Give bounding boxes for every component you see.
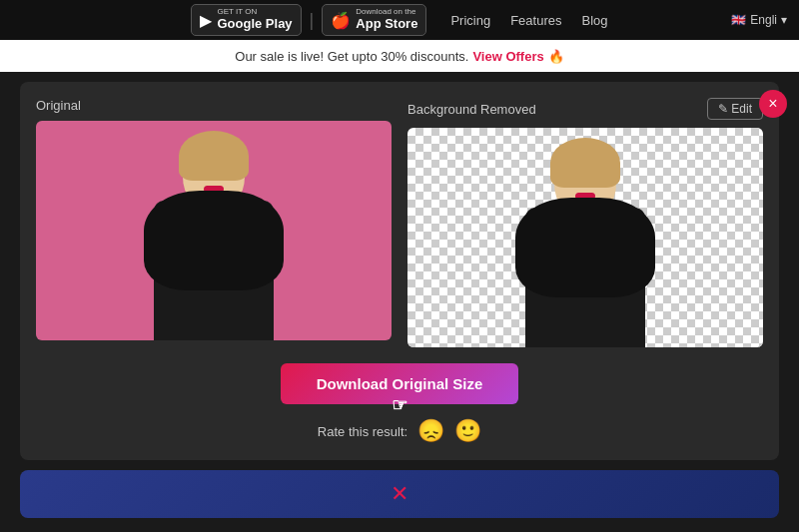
chevron-down-icon: ▾ [781,13,787,27]
happy-rating[interactable]: 🙂 [454,418,481,444]
lang-label: Engli [750,13,777,27]
promo-bar: Our sale is live! Get upto 30% discounts… [0,40,799,72]
google-play-main-text: Google Play [217,16,292,32]
bottom-panel: ✕ [20,470,779,518]
download-btn[interactable]: Download Original Size ☞ [281,363,519,404]
app-store-main-text: App Store [356,16,417,32]
language-selector[interactable]: 🇬🇧 Engli ▾ [719,0,799,40]
scarf-copy [515,198,655,297]
app-store-btn[interactable]: 🍎 Download on the App Store [322,4,426,36]
nav-features[interactable]: Features [510,13,561,28]
edit-button[interactable]: ✎ Edit [707,98,763,120]
original-panel-header: Original [36,98,392,113]
panels-row: Original [36,98,763,347]
cursor-icon: ☞ [392,394,407,416]
nav-pricing[interactable]: Pricing [450,13,490,28]
sad-rating[interactable]: 😞 [417,418,444,444]
bg-removed-woman-figure [505,138,665,347]
original-panel: Original [36,98,392,347]
bg-removed-image [407,128,763,347]
hair [179,131,249,181]
expand-icon[interactable]: ✕ [391,481,408,507]
original-image [36,121,392,340]
app-store-top-text: Download on the [356,8,417,16]
top-nav: ▶ GET IT ON Google Play | 🍎 Download on … [0,0,799,40]
google-play-btn[interactable]: ▶ GET IT ON Google Play [191,4,301,36]
nav-links: Pricing Features Blog [450,13,607,28]
original-image-box [36,121,392,340]
google-play-icon: ▶ [200,11,212,30]
download-section: Download Original Size ☞ Rate this resul… [36,363,763,444]
bg-removed-image-box [407,128,763,347]
nav-blog[interactable]: Blog [581,13,607,28]
view-offers-link[interactable]: View Offers [472,49,543,64]
google-play-top-text: GET IT ON [217,8,292,16]
promo-text: Our sale is live! Get upto 30% discounts… [235,49,468,64]
bg-removed-panel-header: Background Removed ✎ Edit [407,98,763,120]
rate-label: Rate this result: [318,424,407,439]
close-button[interactable]: × [759,90,787,118]
original-woman-figure [134,131,294,340]
hair-copy [550,138,620,188]
flag-icon: 🇬🇧 [731,13,746,27]
apple-icon: 🍎 [331,11,351,30]
rate-section: Rate this result: 😞 🙂 [318,418,481,444]
nav-divider: | [310,10,315,31]
bg-removed-label: Background Removed [407,102,536,117]
main-card: × Original [20,82,779,460]
download-btn-label: Download Original Size [317,375,483,392]
original-label: Original [36,98,81,113]
promo-emoji: 🔥 [548,49,564,64]
bg-removed-panel: Background Removed ✎ Edit [407,98,763,347]
scarf [144,191,284,290]
